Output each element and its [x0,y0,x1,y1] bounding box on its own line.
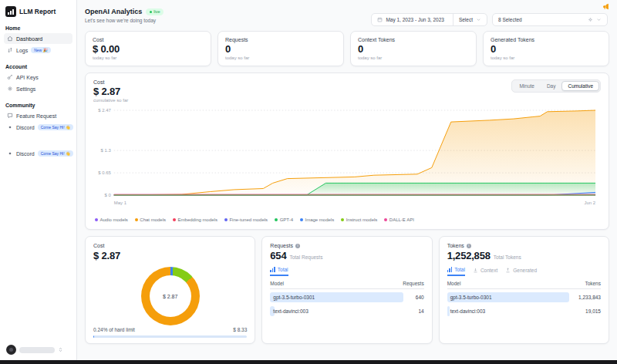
toggle-cumulative[interactable]: Cumulative [561,81,599,91]
legend-dot-icon [224,218,228,221]
megaphone-icon[interactable] [602,3,609,10]
legend-item: Instruct models [341,217,377,222]
home-icon [7,35,13,42]
cost-breakdown-card: Cost $ 2.87 $ 2.87 0.24% of hard limit $… [85,236,255,344]
granularity-toggle: Minute Day Cumulative [511,79,601,93]
sidebar-item-label: Logs [16,48,28,53]
tokens-table-body: gpt-3.5-turbo-03011,233,843text-davinci:… [447,292,601,317]
models-selected-value: 8 Selected [498,17,522,22]
legend-item: Audio models [95,217,128,222]
discord-badge: Come Say Hi! 👋 [38,150,73,157]
tokens-tabs: Total Context Generated [447,267,601,276]
stats-row: Cost $ 0.00 today so far Requests 0 toda… [85,31,609,66]
legend-dot-icon [95,218,98,221]
model-name: gpt-3.5-turbo-0301 [447,295,492,300]
date-range-picker[interactable]: May 1, 2023 - Jun 3, 2023 Select [371,13,487,26]
sidebar-item-settings[interactable]: Settings [4,83,72,94]
requests-tabs: Total [270,267,423,276]
svg-text:$ 1.3: $ 1.3 [101,148,112,153]
user-menu[interactable] [6,345,72,355]
info-icon[interactable] [467,244,471,248]
card-title: Tokens [447,243,464,248]
table-row[interactable]: gpt-3.5-turbo-03011,233,843 [447,292,601,303]
message-icon [7,113,13,119]
row-value: 14 [418,308,423,314]
cost-donut-chart[interactable]: $ 2.87 [141,267,200,325]
discord-badge: Come Say Hi! 👋 [38,124,73,130]
live-dot-icon [150,11,152,13]
sidebar-item-logs[interactable]: Logs New 🎉 [4,45,72,56]
cost-total: $ 2.87 [93,250,120,261]
table-row[interactable]: gpt-3.5-turbo-0301640 [270,292,423,303]
sidebar-item-label: Settings [16,86,35,92]
svg-text:May 1: May 1 [114,201,127,205]
info-icon[interactable] [295,244,300,248]
model-name: text-davinci:003 [447,308,486,314]
user-menu-chevrons-icon [58,346,63,353]
legend-item: GPT-4 [275,217,293,222]
sidebar-item-feature-request[interactable]: Feature Request [4,110,72,121]
app-logo[interactable]: LLM Report [5,6,71,17]
svg-text:$ 0.65: $ 0.65 [98,170,111,175]
legend-item: DALL-E API [384,217,414,222]
gear-icon [7,86,13,92]
models-multiselect[interactable]: 8 Selected [492,13,608,26]
legend-dot-icon [135,218,138,221]
legend-item: Embedding models [173,217,217,222]
arrow-down-icon [473,268,478,273]
page-header: OpenAI Analytics live Let's see how we'r… [85,6,609,26]
discord-icon [7,124,13,130]
sidebar: LLM Report Home Dashboard Logs New 🎉 Acc… [0,0,77,364]
hard-limit-label: 0.24% of hard limit [93,327,135,332]
username-placeholder [19,347,55,353]
stat-value: 0 [225,43,336,55]
model-name: text-davinci:003 [270,308,308,314]
chevron-down-icon [596,17,602,22]
svg-text:$ 0: $ 0 [105,193,112,197]
sidebar-item-dashboard[interactable]: Dashboard [4,33,72,44]
tab-total[interactable]: Total [447,267,465,276]
legend-item: Fine-tuned models [224,217,268,222]
stat-value: 0 [358,43,469,55]
row-value: 640 [416,295,424,300]
tab-total[interactable]: Total [270,267,288,276]
chevron-down-icon [476,17,481,22]
tab-context[interactable]: Context [473,267,497,276]
cost-chart-svg: $ 2.47$ 1.3$ 0.65$ 0May 1Jun 2 [93,103,601,215]
new-badge: New 🎉 [31,47,51,53]
toggle-day[interactable]: Day [541,81,562,91]
sidebar-item-label: Discord [16,151,35,157]
svg-text:Jun 2: Jun 2 [585,201,596,205]
logs-icon [7,47,13,53]
discord-icon [7,150,13,157]
card-title: Cost [93,243,104,248]
sidebar-item-api-keys[interactable]: API Keys [4,72,72,83]
column-header: Model [447,281,461,286]
chart-label: Cost [93,79,128,85]
card-title: Requests [270,243,293,248]
tab-generated[interactable]: Generated [505,267,537,276]
sidebar-section-community: Community [5,103,71,108]
sidebar-item-label: Dashboard [16,36,42,42]
legend-dot-icon [173,218,176,221]
cost-chart-card: Cost $ 2.87 cumulative so far Minute Day… [85,72,609,230]
app-logo-icon [5,6,16,17]
date-preset-select[interactable]: Select [459,17,473,22]
key-icon [7,74,13,80]
table-row[interactable]: text-davinci:00314 [270,305,423,317]
column-header: Model [270,281,284,286]
chart-legend: Audio modelsChat modelsEmbedding modelsF… [93,215,601,222]
live-badge: live [146,8,164,15]
main-content: OpenAI Analytics live Let's see how we'r… [77,0,617,364]
divider [453,14,453,25]
table-row[interactable]: text-davinci:00319,015 [447,305,601,317]
legend-dot-icon [300,218,303,221]
model-name: gpt-3.5-turbo-0301 [270,295,315,300]
legend-dot-icon [275,218,278,221]
sidebar-item-discord-2[interactable]: Discord Come Say Hi! 👋 [4,148,72,159]
stat-card-requests: Requests 0 today so far [217,31,344,66]
toggle-minute[interactable]: Minute [513,81,541,91]
requests-table-body: gpt-3.5-turbo-0301640text-davinci:00314 [270,292,423,317]
stat-card-cost: Cost $ 0.00 today so far [85,31,211,66]
sidebar-item-discord-1[interactable]: Discord Come Say Hi! 👋 [4,122,72,133]
